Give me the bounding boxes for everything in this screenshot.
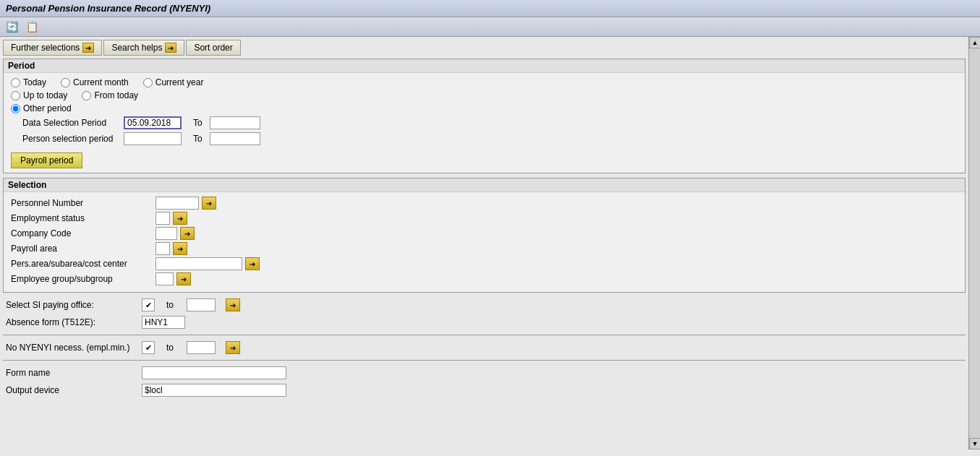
sel-arrow-payroll[interactable]: ➔ bbox=[173, 242, 187, 255]
nyenyi-checkbox[interactable]: ✔ bbox=[142, 341, 155, 354]
output-device-label: Output device bbox=[6, 385, 136, 395]
sel-input-employment[interactable] bbox=[155, 212, 170, 225]
sel-input-pers-area[interactable] bbox=[155, 257, 242, 270]
person-selection-label: Person selection period bbox=[11, 134, 119, 144]
toolbar: 🔄 📋 © www.tutorialkart.com bbox=[0, 17, 980, 37]
si-paying-checkbox[interactable]: ✔ bbox=[142, 298, 155, 311]
sel-input-personnel[interactable] bbox=[155, 197, 199, 210]
radio-other-period[interactable]: Other period bbox=[11, 103, 72, 113]
sel-arrow-company[interactable]: ➔ bbox=[180, 227, 195, 240]
radio-from-today-input[interactable] bbox=[82, 91, 91, 100]
sel-label-pers-area: Pers.area/subarea/cost center bbox=[11, 259, 155, 269]
radio-today-label: Today bbox=[23, 77, 46, 87]
sel-input-payroll[interactable] bbox=[155, 242, 170, 255]
sel-label-payroll: Payroll area bbox=[11, 244, 155, 254]
period-section: Period Today Current month Current year bbox=[3, 59, 966, 173]
nyenyi-row: No NYENYI necess. (empl.min.) ✔ to ➔ bbox=[3, 341, 966, 354]
radio-current-month-input[interactable] bbox=[61, 78, 70, 87]
sel-arrow-pers-area[interactable]: ➔ bbox=[245, 257, 260, 270]
period-radio-row3: Other period bbox=[11, 103, 958, 113]
tab-search-helps-label: Search helps bbox=[111, 43, 162, 53]
sel-input-company[interactable] bbox=[155, 227, 177, 240]
sel-row-payroll: Payroll area ➔ bbox=[11, 242, 958, 255]
content-area: Further selections ➔ Search helps ➔ Sort… bbox=[0, 37, 968, 449]
sel-row-company: Company Code ➔ bbox=[11, 227, 958, 240]
scrollbar: ▲ ▼ bbox=[968, 37, 980, 449]
radio-current-year[interactable]: Current year bbox=[143, 77, 204, 87]
sel-row-employment: Employment status ➔ bbox=[11, 212, 958, 225]
data-selection-to-input[interactable] bbox=[210, 116, 260, 129]
tab-sort-order[interactable]: Sort order bbox=[186, 40, 240, 56]
sel-arrow-employment[interactable]: ➔ bbox=[173, 212, 187, 225]
si-paying-to-input[interactable] bbox=[187, 298, 216, 311]
selection-section: Selection Personnel Number ➔ Employment … bbox=[3, 178, 966, 293]
person-selection-row: Person selection period To bbox=[11, 132, 958, 145]
menu-icon[interactable]: 📋 bbox=[25, 20, 39, 34]
separator-2 bbox=[3, 360, 966, 361]
radio-current-year-input[interactable] bbox=[143, 78, 153, 87]
tab-further-selections-label: Further selections bbox=[11, 43, 80, 53]
to-label-1: To bbox=[193, 118, 203, 128]
radio-other-period-input[interactable] bbox=[11, 104, 20, 113]
form-name-input[interactable] bbox=[142, 366, 286, 379]
sel-arrow-personnel[interactable]: ➔ bbox=[202, 197, 216, 210]
payroll-period-button[interactable]: Payroll period bbox=[11, 152, 82, 168]
radio-today-input[interactable] bbox=[11, 78, 20, 87]
period-section-title: Period bbox=[4, 59, 965, 73]
tab-sort-order-label: Sort order bbox=[194, 43, 232, 53]
form-name-label: Form name bbox=[6, 368, 136, 378]
person-selection-to-input[interactable] bbox=[210, 132, 260, 145]
separator-1 bbox=[3, 335, 966, 335]
tab-search-arrow: ➔ bbox=[165, 43, 176, 53]
radio-other-period-label: Other period bbox=[23, 103, 72, 113]
si-paying-arrow[interactable]: ➔ bbox=[226, 298, 240, 311]
scroll-down-button[interactable]: ▼ bbox=[969, 438, 980, 449]
to-label-2: To bbox=[193, 134, 203, 144]
si-paying-row: Select SI paying office: ✔ to ➔ bbox=[3, 298, 966, 311]
nyenyi-to-label: to bbox=[166, 343, 181, 353]
back-icon[interactable]: 🔄 bbox=[4, 20, 19, 34]
payroll-btn-row: Payroll period bbox=[11, 150, 958, 168]
radio-today[interactable]: Today bbox=[11, 77, 46, 87]
sel-arrow-employee-group[interactable]: ➔ bbox=[176, 272, 191, 285]
absence-form-row: Absence form (T512E): bbox=[3, 316, 966, 329]
radio-current-month[interactable]: Current month bbox=[61, 77, 129, 87]
nyenyi-arrow[interactable]: ➔ bbox=[226, 341, 240, 354]
sel-row-pers-area: Pers.area/subarea/cost center ➔ bbox=[11, 257, 958, 270]
scroll-up-button[interactable]: ▲ bbox=[969, 37, 980, 48]
absence-form-input[interactable] bbox=[142, 316, 185, 329]
tab-search-helps[interactable]: Search helps ➔ bbox=[103, 40, 184, 56]
sel-label-company: Company Code bbox=[11, 228, 155, 238]
radio-up-to-today-label: Up to today bbox=[23, 90, 67, 100]
app-title: Personal Pension Insurance Record (NYENY… bbox=[6, 3, 210, 14]
data-selection-label: Data Selection Period bbox=[11, 118, 119, 128]
period-radio-row1: Today Current month Current year bbox=[11, 77, 958, 87]
radio-up-to-today-input[interactable] bbox=[11, 91, 20, 100]
si-paying-label: Select SI paying office: bbox=[6, 300, 136, 310]
data-selection-row: Data Selection Period To bbox=[11, 116, 958, 129]
radio-current-month-label: Current month bbox=[73, 77, 129, 87]
output-device-input[interactable] bbox=[142, 384, 286, 397]
person-selection-from-input[interactable] bbox=[124, 132, 182, 145]
data-selection-from-input[interactable] bbox=[124, 116, 182, 129]
sel-row-personnel: Personnel Number ➔ bbox=[11, 197, 958, 210]
nyenyi-to-input[interactable] bbox=[187, 341, 216, 354]
radio-from-today[interactable]: From today bbox=[82, 90, 138, 100]
radio-from-today-label: From today bbox=[94, 90, 138, 100]
period-section-content: Today Current month Current year bbox=[4, 73, 965, 173]
selection-section-title: Selection bbox=[4, 178, 965, 192]
sel-label-personnel: Personnel Number bbox=[11, 198, 155, 208]
sel-label-employment: Employment status bbox=[11, 213, 155, 223]
tab-further-selections[interactable]: Further selections ➔ bbox=[3, 40, 102, 56]
tabs-row: Further selections ➔ Search helps ➔ Sort… bbox=[3, 40, 966, 56]
sel-input-employee-group[interactable] bbox=[155, 272, 174, 285]
output-device-row: Output device bbox=[3, 384, 966, 397]
nyenyi-label: No NYENYI necess. (empl.min.) bbox=[6, 343, 136, 353]
selection-section-content: Personnel Number ➔ Employment status ➔ C… bbox=[4, 192, 965, 292]
form-name-row: Form name bbox=[3, 366, 966, 379]
sel-label-employee-group: Employee group/subgroup bbox=[11, 274, 155, 284]
sel-row-employee-group: Employee group/subgroup ➔ bbox=[11, 272, 958, 285]
period-radio-row2: Up to today From today bbox=[11, 90, 958, 100]
radio-up-to-today[interactable]: Up to today bbox=[11, 90, 67, 100]
tab-further-arrow: ➔ bbox=[82, 43, 94, 53]
